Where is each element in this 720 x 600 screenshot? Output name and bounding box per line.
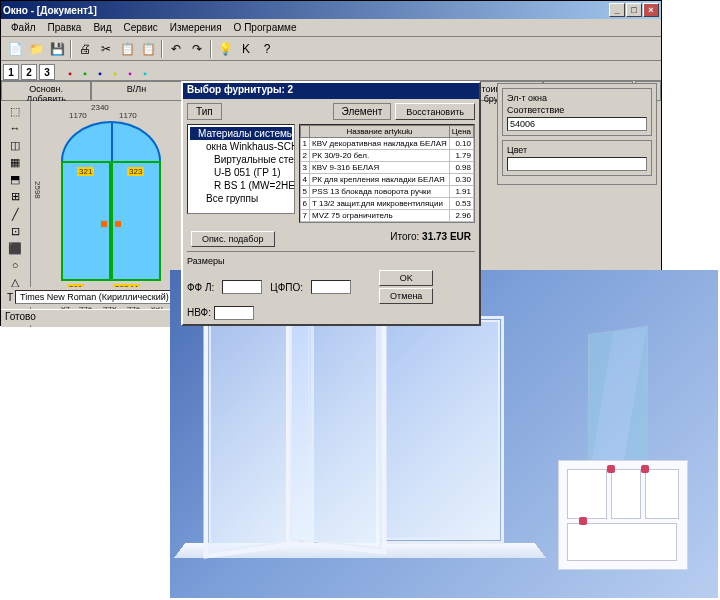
seal xyxy=(607,465,615,473)
right-panel: Эл-т окна Соответствие Цвет xyxy=(497,83,657,185)
tab-3[interactable]: 3 xyxy=(39,64,55,80)
chamber xyxy=(645,469,679,519)
chamber xyxy=(567,469,607,519)
th-price: Цена xyxy=(449,126,473,138)
menu-measure[interactable]: Измерения xyxy=(164,20,228,35)
table-row[interactable]: 2РК 30/9-20 бел.1.79 xyxy=(300,150,473,162)
ffb-label: ФФ Л: xyxy=(187,282,214,293)
separator xyxy=(210,40,212,58)
tree-item[interactable]: R BS 1 (MW=2HER 1) GYM-B xyxy=(190,179,292,192)
print-icon[interactable]: 🖨 xyxy=(75,39,95,59)
nvo-label: НВФ: xyxy=(187,307,211,318)
tabs-row: 1 2 3 ▪ ▪ ▪ ▪ ▪ ▪ xyxy=(1,61,661,81)
table-row[interactable]: 7MVZ 75 ограничитель2.96 xyxy=(300,210,473,222)
table-row[interactable]: 5PSS 13 блокада поворота ручки1.91 xyxy=(300,186,473,198)
menu-file[interactable]: Файл xyxy=(5,20,42,35)
color-input[interactable] xyxy=(507,157,647,171)
tree-item[interactable]: U-B 051 (ГР 1) xyxy=(190,166,292,179)
ufpo-label: ЦФПО: xyxy=(270,282,303,293)
code-input[interactable] xyxy=(507,117,647,131)
cut-icon[interactable]: ✂ xyxy=(96,39,116,59)
door-label-r: 323 xyxy=(127,167,144,176)
hardware-table[interactable]: Название artykułuЦена 1КВV декоративная … xyxy=(299,124,475,223)
tab-2[interactable]: 2 xyxy=(21,64,37,80)
seal xyxy=(641,465,649,473)
mini-icon[interactable]: ▪ xyxy=(63,66,77,80)
ffb-input[interactable] xyxy=(222,280,262,294)
tree-root[interactable]: Материалы системы xyxy=(190,127,292,140)
menu-view[interactable]: Вид xyxy=(87,20,117,35)
open-frame-2 xyxy=(286,306,387,555)
titlebar: Окно - [Документ1] _ □ × xyxy=(1,1,661,19)
tree-panel[interactable]: Материалы системы окна Winkhaus-SCHUCO V… xyxy=(187,124,295,214)
mini-icon[interactable]: ▪ xyxy=(108,66,122,80)
close-button[interactable]: × xyxy=(643,3,659,17)
tool-circle[interactable]: ○ xyxy=(3,257,27,273)
tab-type[interactable]: Тип xyxy=(187,103,222,120)
tree-item[interactable]: Виртуальные стеклоп-ы xyxy=(190,153,292,166)
menu-edit[interactable]: Правка xyxy=(42,20,88,35)
ufpo-input[interactable] xyxy=(311,280,351,294)
stab-main[interactable]: Основн. Добавить xyxy=(1,81,91,100)
tool-line[interactable]: ╱ xyxy=(3,206,27,222)
tool-sq[interactable]: ⊡ xyxy=(3,223,27,239)
table-row[interactable]: 6T 13/2 защит.для микровентиляции0.53 xyxy=(300,198,473,210)
nvo-input[interactable] xyxy=(214,306,254,320)
tool-dim[interactable]: ↔ xyxy=(3,120,27,136)
tree-item[interactable]: Все группы xyxy=(190,192,292,205)
tool-grid[interactable]: ▦ xyxy=(3,154,27,170)
detail-button[interactable]: Опис. подабор xyxy=(191,231,275,247)
total-label: Итого: xyxy=(390,231,419,242)
tree-item[interactable]: окна Winkhaus-SCHUCO Variotek xyxy=(190,140,292,153)
mini-icon[interactable]: ▪ xyxy=(93,66,107,80)
table-row[interactable]: 1КВV декоративная накладка БЕЛАЯ0.10 xyxy=(300,138,473,150)
window-drawing: 321 323 301 303-M xyxy=(61,121,161,281)
seal xyxy=(579,517,587,525)
copy-icon[interactable]: 📋 xyxy=(117,39,137,59)
open-icon[interactable]: 📁 xyxy=(26,39,46,59)
fixed-frame xyxy=(376,316,504,544)
tab-element[interactable]: Элемент xyxy=(333,103,392,120)
table-row[interactable]: 3КВV 9-316 БЕЛАЯ0.98 xyxy=(300,162,473,174)
mini-icon[interactable]: ▪ xyxy=(138,66,152,80)
undo-icon[interactable]: ↶ xyxy=(166,39,186,59)
k-icon[interactable]: K xyxy=(236,39,256,59)
minimize-button[interactable]: _ xyxy=(609,3,625,17)
bulb-icon[interactable]: 💡 xyxy=(215,39,235,59)
tool-fill[interactable]: ⬒ xyxy=(3,172,27,188)
tool-plus[interactable]: ⊞ xyxy=(3,189,27,205)
door-left: 321 xyxy=(61,161,111,281)
new-icon[interactable]: 📄 xyxy=(5,39,25,59)
dim-h: 2598 xyxy=(33,181,42,199)
status-text: Готово xyxy=(5,311,36,322)
mini-icon[interactable]: ▪ xyxy=(78,66,92,80)
door-label-l: 321 xyxy=(77,167,94,176)
font-icon[interactable]: T xyxy=(7,292,13,303)
tool-rect[interactable]: ⬚ xyxy=(3,103,27,119)
tab-1[interactable]: 1 xyxy=(3,64,19,80)
redo-icon[interactable]: ↷ xyxy=(187,39,207,59)
mini-icon[interactable]: ▪ xyxy=(123,66,137,80)
dim-top: 2340 xyxy=(91,103,109,112)
stab-vln[interactable]: В/Лн xyxy=(91,81,181,100)
tool-split-v[interactable]: ◫ xyxy=(3,137,27,153)
th-num xyxy=(300,126,309,138)
handle-icon xyxy=(308,420,312,444)
dim-top-r: 1170 xyxy=(119,111,137,120)
arch-section xyxy=(61,121,161,161)
menu-service[interactable]: Сервис xyxy=(117,20,163,35)
refresh-button[interactable]: Восстановить xyxy=(395,103,475,120)
door-right: 323 xyxy=(111,161,161,281)
maximize-button[interactable]: □ xyxy=(626,3,642,17)
paste-icon[interactable]: 📋 xyxy=(138,39,158,59)
menu-about[interactable]: О Программе xyxy=(228,20,303,35)
hardware-dialog: Выбор фурнитуры: 2 Тип Элемент Восстанов… xyxy=(181,81,481,326)
tool-solid[interactable]: ⬛ xyxy=(3,240,27,256)
help-icon[interactable]: ? xyxy=(257,39,277,59)
ok-button[interactable]: OK xyxy=(379,270,433,286)
profile-cutaway xyxy=(548,330,698,570)
cancel-button[interactable]: Отмена xyxy=(379,288,433,304)
table-row[interactable]: 4РК для крепления накладки БЕЛАЯ0.30 xyxy=(300,174,473,186)
font-select[interactable]: Times New Roman (Кириллический) xyxy=(15,290,195,304)
save-icon[interactable]: 💾 xyxy=(47,39,67,59)
